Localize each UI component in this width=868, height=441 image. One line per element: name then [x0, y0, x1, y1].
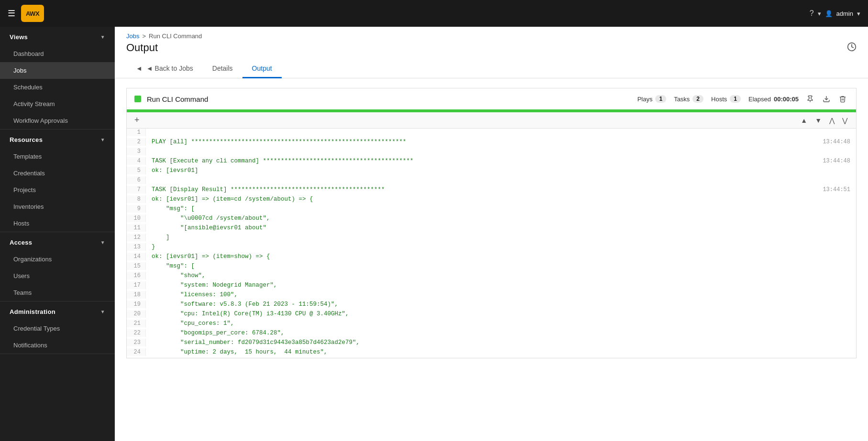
sidebar-item-credentials[interactable]: Credentials	[0, 165, 115, 182]
line-content: "cpu: Intel(R) Core(TM) i3-4130 CPU @ 3.…	[146, 310, 856, 318]
scroll-top-button[interactable]: ⋀	[826, 116, 837, 125]
line-content: "system: Nodegrid Manager",	[146, 281, 856, 289]
line-content	[146, 148, 856, 155]
expand-all-button[interactable]: +	[132, 115, 142, 125]
line-number: 15	[127, 262, 146, 270]
line-number: 17	[127, 281, 146, 289]
line-number: 14	[127, 253, 146, 260]
line-number: 6	[127, 176, 146, 184]
line-number: 7	[127, 186, 146, 194]
scroll-down-button[interactable]: ▼	[812, 116, 824, 125]
line-number: 1	[127, 129, 146, 136]
output-line: 21 "cpu_cores: 1",	[127, 320, 856, 329]
line-number: 21	[127, 320, 146, 327]
back-arrow-icon: ◄	[136, 65, 143, 72]
history-button[interactable]	[847, 42, 857, 54]
output-line: 12 ]	[127, 234, 856, 243]
code-output: 1 2PLAY [all] **************************…	[126, 129, 857, 358]
line-content: "cpu_cores: 1",	[146, 320, 856, 327]
line-content: ok: [ievsr01] => (item=cd /system/about)…	[146, 195, 856, 203]
line-content	[146, 129, 856, 136]
line-content: "bogomips_per_core: 6784.28",	[146, 329, 856, 337]
output-line: 10 "\u0007cd /system/about",	[127, 215, 856, 224]
pin-icon	[806, 95, 814, 103]
user-icon: 👤	[825, 10, 833, 17]
plays-meta: Plays 1	[637, 95, 666, 103]
tabs-bar: ◄ ◄ Back to Jobs Details Output	[115, 60, 868, 78]
help-dropdown-icon[interactable]: ▾	[818, 10, 821, 17]
scroll-buttons: ▲ ▼ ⋀ ⋁	[798, 116, 850, 125]
output-line: 4TASK [Execute any cli command] ********…	[127, 157, 856, 167]
sidebar-item-templates[interactable]: Templates	[0, 148, 115, 165]
line-content: TASK [Execute any cli command] *********…	[146, 157, 817, 165]
help-icon[interactable]: ?	[810, 9, 814, 18]
output-line: 18 "licenses: 100",	[127, 291, 856, 301]
sidebar-item-dashboard[interactable]: Dashboard	[0, 45, 115, 62]
sidebar-resources-label: Resources	[10, 136, 43, 143]
tasks-meta: Tasks 2	[674, 95, 703, 103]
output-line: 17 "system: Nodegrid Manager",	[127, 281, 856, 291]
line-number: 13	[127, 243, 146, 251]
download-button[interactable]	[821, 93, 832, 105]
hosts-label: Hosts	[711, 96, 727, 103]
tab-output[interactable]: Output	[242, 60, 282, 78]
topbar: ☰ AWX ? ▾ 👤 admin ▾	[0, 0, 868, 27]
pin-button[interactable]	[804, 93, 816, 105]
output-line: 7TASK [Display Result] *****************…	[127, 186, 856, 195]
line-number: 12	[127, 234, 146, 241]
line-number: 5	[127, 167, 146, 174]
trash-icon	[839, 95, 846, 103]
tab-back-to-jobs[interactable]: ◄ ◄ Back to Jobs	[126, 60, 203, 78]
resources-chevron-icon: ▼	[100, 137, 105, 142]
user-dropdown-icon[interactable]: ▾	[857, 10, 860, 17]
line-number: 4	[127, 157, 146, 165]
line-content: "[ansible@ievsr01 about"	[146, 224, 856, 232]
line-content: "licenses: 100",	[146, 291, 856, 299]
line-content: "msg": [	[146, 262, 856, 270]
sidebar-item-teams[interactable]: Teams	[0, 284, 115, 301]
line-number: 10	[127, 215, 146, 222]
scroll-bottom-button[interactable]: ⋁	[839, 116, 850, 125]
main-layout: Views ▼ Dashboard Jobs Schedules Activit…	[0, 27, 868, 441]
sidebar-admin-label: Administration	[10, 308, 55, 315]
sidebar-admin-header[interactable]: Administration ▼	[0, 301, 115, 320]
tab-details[interactable]: Details	[203, 60, 242, 78]
line-timestamp: 13:44:51	[817, 186, 856, 194]
sidebar-item-jobs[interactable]: Jobs	[0, 62, 115, 79]
user-name[interactable]: admin	[836, 10, 853, 17]
views-chevron-icon: ▼	[100, 34, 105, 40]
line-content: PLAY [all] *****************************…	[146, 138, 817, 146]
sidebar-access-header[interactable]: Access ▼	[0, 232, 115, 251]
sidebar-item-hosts[interactable]: Hosts	[0, 215, 115, 232]
sidebar-item-notifications[interactable]: Notifications	[0, 337, 115, 354]
sidebar-item-schedules[interactable]: Schedules	[0, 79, 115, 96]
sidebar-resources-header[interactable]: Resources ▼	[0, 129, 115, 148]
line-number: 19	[127, 301, 146, 308]
line-content: TASK [Display Result] ******************…	[146, 186, 817, 194]
output-line: 19 "software: v5.8.3 (Feb 21 2023 - 11:5…	[127, 301, 856, 310]
sidebar-item-projects[interactable]: Projects	[0, 182, 115, 198]
topbar-right: ? ▾ 👤 admin ▾	[810, 9, 860, 18]
sidebar-section-resources: Resources ▼ Templates Credentials Projec…	[0, 129, 115, 232]
job-status-dot	[134, 96, 141, 102]
sidebar-item-inventories[interactable]: Inventories	[0, 198, 115, 215]
output-line: 14ok: [ievsr01] => (item=show) => {	[127, 253, 856, 262]
breadcrumb-jobs-link[interactable]: Jobs	[126, 32, 139, 40]
sidebar-item-organizations[interactable]: Organizations	[0, 251, 115, 268]
sidebar-item-workflow-approvals[interactable]: Workflow Approvals	[0, 112, 115, 129]
output-line: 9 "msg": [	[127, 205, 856, 215]
scroll-up-button[interactable]: ▲	[798, 116, 810, 125]
sidebar-item-activity-stream[interactable]: Activity Stream	[0, 96, 115, 112]
elapsed-label: Elapsed	[748, 96, 771, 103]
sidebar-item-users[interactable]: Users	[0, 268, 115, 284]
breadcrumb: Jobs > Run CLI Command	[115, 27, 868, 40]
access-chevron-icon: ▼	[100, 240, 105, 245]
line-content: "show",	[146, 272, 856, 280]
sidebar-views-header[interactable]: Views ▼	[0, 27, 115, 45]
sidebar-item-credential-types[interactable]: Credential Types	[0, 320, 115, 337]
line-number: 24	[127, 348, 146, 356]
sidebar: Views ▼ Dashboard Jobs Schedules Activit…	[0, 27, 115, 441]
page-title: Output	[126, 42, 158, 54]
hamburger-menu[interactable]: ☰	[8, 8, 15, 19]
delete-button[interactable]	[837, 93, 848, 105]
